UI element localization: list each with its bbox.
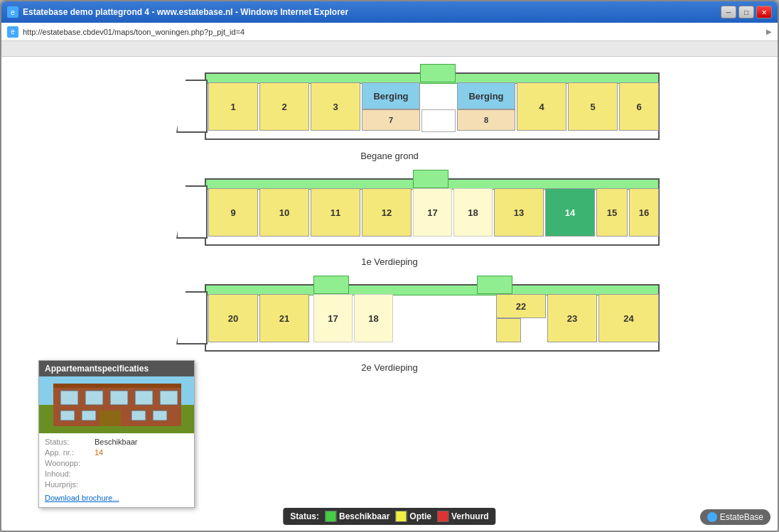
popup-app-value: 14 xyxy=(95,448,103,457)
svg-rect-13 xyxy=(153,411,167,420)
estatebase-logo: EstateBase xyxy=(700,509,770,525)
svg-rect-6 xyxy=(110,391,128,405)
popup-inhoud-row: Inhoud: xyxy=(45,469,188,478)
download-brochure-link[interactable]: Download brochure... xyxy=(45,494,119,502)
svg-rect-4 xyxy=(60,391,78,405)
optie-icon xyxy=(395,511,407,522)
unit-17-1st[interactable]: 17 xyxy=(413,188,452,237)
popup-woonopp-row: Woonopp: xyxy=(45,459,188,467)
logo-text: EstateBase xyxy=(720,512,763,522)
unit-14[interactable]: 14 xyxy=(545,188,595,237)
unit-11[interactable]: 11 xyxy=(311,188,360,237)
verhuurd-icon xyxy=(437,511,448,522)
legend-beschikbaar: Beschikbaar xyxy=(325,511,390,522)
popup-body: Status: Beschikbaar App. nr.: 14 Woonopp… xyxy=(39,433,194,507)
legend-optie: Optie xyxy=(395,511,431,522)
unit-9[interactable]: 9 xyxy=(208,188,258,237)
unit-13[interactable]: 13 xyxy=(494,188,544,237)
popup-huurprijs-row: Huurprijs: xyxy=(45,480,188,489)
unit-8[interactable]: 8 xyxy=(457,109,515,131)
floor-eerste-verdieping: 9 10 11 12 17 18 13 14 xyxy=(112,170,667,267)
popup-image xyxy=(39,376,194,433)
floor-tweede-verdieping: 20 21 17 18 22 23 24 xyxy=(112,276,667,373)
unit-10[interactable]: 10 xyxy=(259,188,309,237)
close-button[interactable]: ✕ xyxy=(756,6,772,18)
popup-status-row: Status: Beschikbaar xyxy=(45,438,188,446)
legend-status-bar: Status: Beschikbaar Optie Verhuurd xyxy=(283,508,495,525)
unit-3[interactable]: 3 xyxy=(311,82,360,131)
browser-toolbar xyxy=(1,41,778,57)
title-bar: e Estatebase demo plattegrond 4 - www.es… xyxy=(1,1,778,23)
floor-label-eerste: 1e Verdieping xyxy=(361,256,418,267)
svg-rect-10 xyxy=(60,411,75,420)
unit-berging-right[interactable]: Berging xyxy=(457,82,515,109)
popup-header: Appartemantspecificaties xyxy=(39,361,194,376)
svg-rect-11 xyxy=(82,411,96,420)
unit-15[interactable]: 15 xyxy=(596,188,628,237)
logo-icon xyxy=(707,512,717,522)
unit-22[interactable]: 22 xyxy=(496,294,546,318)
minimize-button[interactable]: ─ xyxy=(721,6,736,18)
unit-berging-left[interactable]: Berging xyxy=(362,82,420,109)
unit-6[interactable]: 6 xyxy=(619,82,659,131)
floor-label-tweede: 2e Verdieping xyxy=(361,362,418,373)
optie-label: Optie xyxy=(409,511,431,521)
unit-18-1st[interactable]: 18 xyxy=(453,188,493,237)
unit-22b xyxy=(496,318,521,342)
browser-icon-small: e xyxy=(7,26,18,38)
popup-status-value: Beschikbaar xyxy=(95,438,138,446)
verhuurd-label: Verhuurd xyxy=(451,511,489,521)
unit-17-2nd[interactable]: 17 xyxy=(313,294,353,342)
popup-inhoud-label: Inhoud: xyxy=(45,469,95,478)
content-area: 1 2 3 Berging 7 Berging 8 4 xyxy=(1,57,778,531)
popup-status-label: Status: xyxy=(45,438,95,446)
window-controls: ─ □ ✕ xyxy=(721,6,772,18)
unit-23[interactable]: 23 xyxy=(547,294,597,342)
maximize-button[interactable]: □ xyxy=(738,6,754,18)
beschikbaar-icon xyxy=(325,511,336,522)
window-title: Estatebase demo plattegrond 4 - www.esta… xyxy=(23,7,348,17)
unit-16[interactable]: 16 xyxy=(629,188,659,237)
unit-24[interactable]: 24 xyxy=(598,294,659,342)
svg-rect-9 xyxy=(100,411,121,426)
legend-verhuurd: Verhuurd xyxy=(437,511,489,522)
popup-app-label: App. nr.: xyxy=(45,448,95,457)
beschikbaar-label: Beschikbaar xyxy=(339,511,390,521)
unit-20[interactable]: 20 xyxy=(208,294,258,342)
url-display[interactable]: http://estatebase.cbdev01/maps/toon_woni… xyxy=(23,28,762,36)
svg-rect-12 xyxy=(131,411,146,420)
svg-rect-7 xyxy=(135,391,153,405)
address-arrow: ▶ xyxy=(766,28,772,36)
unit-4[interactable]: 4 xyxy=(517,82,566,131)
status-label: Status: xyxy=(290,511,319,521)
unit-21[interactable]: 21 xyxy=(259,294,309,342)
unit-1[interactable]: 1 xyxy=(208,82,258,131)
svg-rect-5 xyxy=(85,391,103,405)
svg-rect-3 xyxy=(53,384,181,388)
svg-rect-8 xyxy=(160,391,178,405)
floor-begane-grond: 1 2 3 Berging 7 Berging 8 4 xyxy=(112,64,667,161)
floor-label-begane: Begane grond xyxy=(360,151,419,161)
unit-12[interactable]: 12 xyxy=(362,188,412,237)
unit-2[interactable]: 2 xyxy=(259,82,309,131)
unit-5[interactable]: 5 xyxy=(568,82,618,131)
unit-7[interactable]: 7 xyxy=(362,109,420,131)
apartment-popup: Appartemantspecificaties xyxy=(38,360,195,508)
address-bar: e http://estatebase.cbdev01/maps/toon_wo… xyxy=(1,23,778,41)
popup-woonopp-label: Woonopp: xyxy=(45,459,95,467)
unit-18-2nd[interactable]: 18 xyxy=(354,294,393,342)
browser-icon: e xyxy=(7,6,18,18)
popup-app-row: App. nr.: 14 xyxy=(45,448,188,457)
popup-huurprijs-label: Huurprijs: xyxy=(45,480,95,489)
